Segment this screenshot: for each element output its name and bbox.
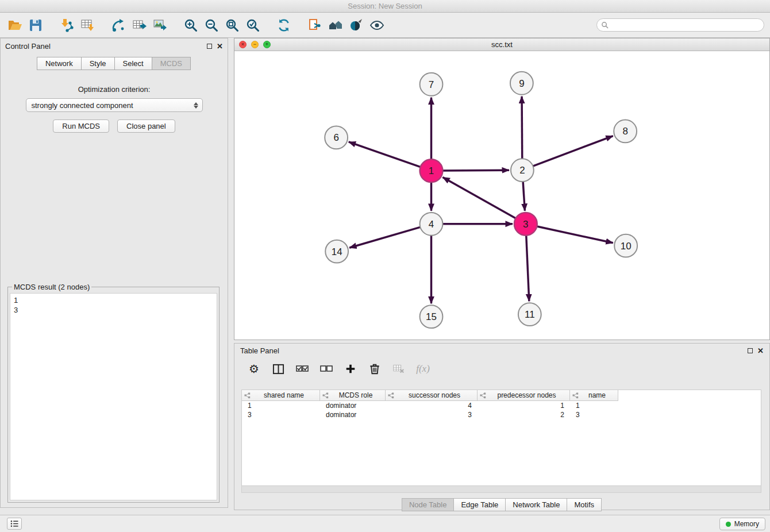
- close-table-panel-icon[interactable]: ✕: [757, 347, 764, 354]
- tab-edge-table[interactable]: Edge Table: [453, 498, 506, 511]
- add-column-button[interactable]: [342, 361, 359, 377]
- copy-document-icon: [307, 18, 322, 33]
- control-panel-title: Control Panel: [5, 42, 207, 51]
- edge-2-9[interactable]: [522, 97, 522, 159]
- copy-document-button[interactable]: [305, 15, 325, 36]
- delete-column-button[interactable]: [367, 361, 383, 377]
- mcds-result-list[interactable]: 13: [10, 293, 217, 500]
- result-item-1[interactable]: 1: [14, 295, 213, 305]
- maximize-window-icon[interactable]: +: [263, 41, 271, 48]
- export-table-button[interactable]: [129, 15, 149, 36]
- import-table-button[interactable]: [77, 15, 98, 36]
- open-folder-button[interactable]: [5, 15, 25, 36]
- column-header-name[interactable]: name: [570, 390, 618, 401]
- zoom-selected-button[interactable]: [242, 15, 263, 36]
- column-header-successor-nodes[interactable]: successor nodes: [386, 390, 478, 401]
- home-button[interactable]: [325, 15, 346, 36]
- eye-button[interactable]: [367, 15, 387, 36]
- export-network-button[interactable]: [108, 15, 129, 36]
- function-builder-button[interactable]: f(x): [415, 361, 431, 377]
- table-cell[interactable]: 1: [570, 402, 618, 410]
- status-bar: Memory: [0, 515, 770, 532]
- zoom-selected-icon: [245, 18, 260, 33]
- column-header-mcds-role[interactable]: MCDS role: [320, 390, 386, 401]
- attribute-type-icon: [322, 392, 329, 399]
- task-history-button[interactable]: [7, 518, 22, 530]
- tab-motifs[interactable]: Motifs: [567, 498, 602, 511]
- tab-network-table[interactable]: Network Table: [505, 498, 567, 511]
- table-cell[interactable]: 3: [242, 411, 320, 419]
- close-window-icon[interactable]: ×: [239, 41, 247, 48]
- table-cell[interactable]: 3: [386, 411, 478, 419]
- edge-2-8[interactable]: [533, 136, 613, 167]
- delete-table-icon: [392, 363, 405, 375]
- close-panel-button[interactable]: Close panel: [117, 119, 175, 133]
- minimize-window-icon[interactable]: −: [251, 41, 259, 48]
- zoom-out-icon: [204, 18, 219, 33]
- memory-button[interactable]: Memory: [719, 518, 765, 530]
- export-network-icon: [111, 18, 126, 33]
- table-horizontal-scrollbar[interactable]: [241, 486, 761, 493]
- edge-3-1[interactable]: [442, 177, 515, 218]
- graph-node-label-15: 15: [426, 311, 437, 322]
- split-columns-button[interactable]: [270, 361, 286, 377]
- export-image-button[interactable]: [149, 15, 170, 36]
- style-icon: [349, 18, 364, 33]
- table-cell[interactable]: 2: [478, 411, 570, 419]
- table-cell[interactable]: dominator: [320, 402, 386, 410]
- tab-style[interactable]: Style: [81, 57, 115, 70]
- column-header-predecessor-nodes[interactable]: predecessor nodes: [478, 390, 570, 401]
- zoom-fit-button[interactable]: [222, 15, 242, 36]
- table-row-1[interactable]: 3dominator323: [242, 410, 761, 419]
- optimization-criterion-select[interactable]: strongly connected component: [26, 98, 203, 112]
- result-item-3[interactable]: 3: [14, 305, 213, 315]
- float-window-icon[interactable]: [207, 44, 212, 49]
- column-label: MCDS role: [329, 391, 383, 399]
- delete-table-button[interactable]: [391, 361, 407, 377]
- close-panel-icon[interactable]: ✕: [217, 43, 223, 50]
- eye-icon: [369, 18, 384, 33]
- select-all-icon: [295, 362, 309, 376]
- edge-2-3[interactable]: [523, 182, 525, 211]
- table-cell[interactable]: 3: [570, 411, 618, 419]
- network-graph[interactable]: 7968124314101511: [234, 51, 769, 340]
- table-row-0[interactable]: 1dominator411: [242, 401, 761, 410]
- table-cell[interactable]: 4: [386, 402, 478, 410]
- table-cell[interactable]: 1: [242, 402, 320, 410]
- save-button[interactable]: [25, 15, 46, 36]
- search-input[interactable]: [609, 21, 764, 29]
- tab-mcds[interactable]: MCDS: [152, 57, 191, 70]
- graph-node-label-4: 4: [429, 219, 434, 230]
- toolbar-search[interactable]: [596, 18, 764, 32]
- style-button[interactable]: [346, 15, 367, 36]
- run-mcds-button[interactable]: Run MCDS: [53, 119, 109, 133]
- tab-select[interactable]: Select: [114, 57, 152, 70]
- table-cell[interactable]: 1: [478, 402, 570, 410]
- edge-3-10[interactable]: [537, 226, 613, 243]
- float-table-panel-icon[interactable]: [748, 348, 753, 353]
- zoom-in-button[interactable]: [180, 15, 201, 36]
- tab-node-table[interactable]: Node Table: [402, 498, 455, 511]
- control-panel-tabs: NetworkStyleSelectMCDS: [1, 57, 228, 70]
- graph-node-label-14: 14: [332, 246, 342, 257]
- import-network-button[interactable]: [56, 15, 77, 36]
- network-canvas[interactable]: 7968124314101511: [234, 51, 769, 340]
- table-toolbar: ⚙ f(x): [234, 358, 769, 379]
- column-header-shared-name[interactable]: shared name: [242, 390, 320, 401]
- edge-1-2[interactable]: [442, 170, 509, 171]
- zoom-out-button[interactable]: [201, 15, 222, 36]
- edge-4-14[interactable]: [349, 227, 420, 248]
- column-label: predecessor nodes: [486, 391, 567, 399]
- edge-3-11[interactable]: [526, 236, 529, 302]
- refresh-button[interactable]: [274, 15, 294, 36]
- graph-node-label-11: 11: [525, 309, 535, 320]
- export-image-icon: [152, 18, 167, 33]
- select-all-button[interactable]: [294, 361, 310, 377]
- mcds-result-group: MCDS result (2 nodes) 13: [7, 283, 220, 503]
- table-settings-button[interactable]: ⚙: [246, 361, 262, 377]
- edge-1-6[interactable]: [349, 142, 421, 167]
- graph-node-label-3: 3: [523, 219, 528, 230]
- table-cell[interactable]: dominator: [320, 411, 386, 419]
- tab-network[interactable]: Network: [37, 57, 82, 70]
- deselect-all-button[interactable]: [318, 361, 334, 377]
